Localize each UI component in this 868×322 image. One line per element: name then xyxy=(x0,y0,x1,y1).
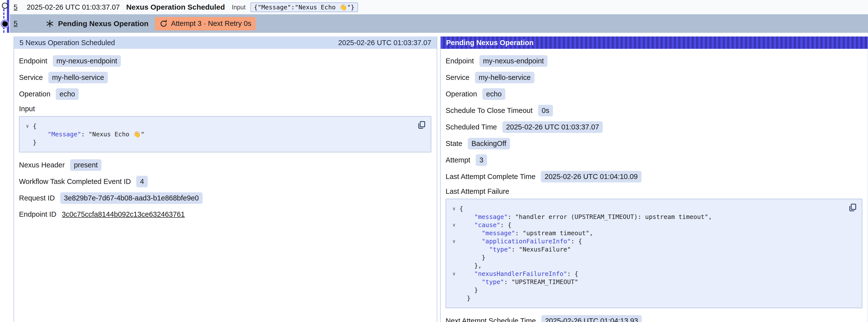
json-text: }, xyxy=(459,262,482,270)
field-label: Service xyxy=(19,73,43,82)
copy-icon xyxy=(847,203,858,213)
field-last-attempt-complete-time: Last Attempt Complete Time2025-02-26 UTC… xyxy=(445,171,862,183)
json-text: "type": "UPSTREAM_TIMEOUT" xyxy=(459,278,578,286)
panel-header-pending: Pending Nexus Operation xyxy=(441,36,868,49)
event-id-link[interactable]: 5 xyxy=(13,20,18,28)
json-collapse-chevron[interactable]: ∨ xyxy=(448,270,459,278)
json-text: "message": "upstream timeout", xyxy=(459,229,593,237)
field-label: Operation xyxy=(445,90,477,98)
json-line: "type": "UPSTREAM_TIMEOUT" xyxy=(448,278,844,286)
json-text: "type": "NexusFailure" xyxy=(459,245,571,254)
field-value-chip: 4 xyxy=(136,176,148,187)
field-request-id: Request ID3e829b7e-7d67-4b08-aad3-b1e868… xyxy=(19,192,431,204)
json-line: "message": "handler error (UPSTREAM_TIME… xyxy=(448,213,844,221)
field-value-chip: my-nexus-endpoint xyxy=(53,55,121,67)
field-value-chip: 3 xyxy=(476,154,487,166)
json-text: } xyxy=(33,138,36,147)
panel-header-scheduled: 5 Nexus Operation Scheduled 2025-02-26 U… xyxy=(14,36,437,49)
pending-event-title: Pending Nexus Operation xyxy=(58,20,149,28)
json-text: { xyxy=(459,205,463,213)
failure-json-viewer: ∨{ "message": "handler error (UPSTREAM_T… xyxy=(445,199,862,308)
field-label: Last Attempt Complete Time xyxy=(445,172,535,181)
json-line: ∨{ xyxy=(448,205,844,213)
json-collapse-chevron[interactable]: ∨ xyxy=(22,122,33,130)
field-operation: Operationecho xyxy=(19,88,431,100)
field-endpoint: Endpointmy-nexus-endpoint xyxy=(19,55,431,67)
json-text: "Message": "Nexus Echo 👋" xyxy=(33,130,145,138)
field-label: Next Attempt Schedule Time xyxy=(445,317,536,322)
input-json-viewer: ∨{ "Message": "Nexus Echo 👋"} xyxy=(19,116,431,152)
json-line: "type": "NexusFailure" xyxy=(448,245,844,254)
field-label: Operation xyxy=(19,90,50,98)
event-row-scheduled[interactable]: 5 2025-02-26 UTC 01:03:37.07 Nexus Opera… xyxy=(10,0,868,14)
input-preview-chip: {"Message":"Nexus Echo 👋"} xyxy=(250,2,358,12)
json-text: } xyxy=(459,294,470,302)
field-service: Servicemy-hello-service xyxy=(445,72,862,83)
json-line: } xyxy=(22,138,413,147)
field-label: Service xyxy=(445,73,469,82)
json-text: "cause": { xyxy=(459,221,512,229)
event-details: 5 Nexus Operation Scheduled 2025-02-26 U… xyxy=(13,36,868,322)
pending-event-dot-icon xyxy=(0,19,10,29)
json-line: ∨{ xyxy=(22,122,413,130)
json-collapse-chevron[interactable]: ∨ xyxy=(448,237,459,245)
pending-asterisk-icon xyxy=(45,20,54,28)
retry-badge: Attempt 3 · Next Retry 0s xyxy=(155,17,256,30)
copy-icon xyxy=(416,120,426,130)
field-service: Servicemy-hello-service xyxy=(19,72,431,83)
field-value-chip: 2025-02-26 UTC 01:04:13.93 xyxy=(541,315,642,322)
json-collapse-chevron[interactable]: ∨ xyxy=(448,205,459,213)
copy-button[interactable] xyxy=(416,120,426,130)
copy-button[interactable] xyxy=(847,203,858,213)
event-row-pending[interactable]: 5 Pending Nexus Operation Attempt 3 · Ne… xyxy=(10,14,868,33)
field-value-chip: 3e829b7e-7d67-4b08-aad3-b1e868bfe9e0 xyxy=(60,192,203,204)
endpoint-id-link[interactable]: 3c0c75ccfa8144b092c13ce632463761 xyxy=(62,210,185,219)
field-value-chip: echo xyxy=(483,88,505,100)
event-title: Nexus Operation Scheduled xyxy=(126,3,225,11)
field-value-chip: 0s xyxy=(538,105,553,117)
json-line: ∨ "nexusHandlerFailureInfo": { xyxy=(448,270,844,278)
panel-title: Pending Nexus Operation xyxy=(446,39,534,47)
field-value-chip: 2025-02-26 UTC 01:03:37.07 xyxy=(502,121,603,133)
json-collapse-chevron[interactable]: ∨ xyxy=(448,221,459,229)
json-text: } xyxy=(459,286,478,294)
json-line: "message": "upstream timeout", xyxy=(448,229,844,237)
field-label: Scheduled Time xyxy=(445,123,497,131)
json-line: }, xyxy=(448,262,844,270)
json-line: ∨ "cause": { xyxy=(448,221,844,229)
field-value-chip: 2025-02-26 UTC 01:04:10.09 xyxy=(541,171,641,183)
panel-scheduled-event: 5 Nexus Operation Scheduled 2025-02-26 U… xyxy=(13,36,437,322)
field-value-chip: present xyxy=(70,159,101,171)
field-label: State xyxy=(445,139,462,148)
field-endpoint: Endpointmy-nexus-endpoint xyxy=(445,55,862,67)
field-nexus-header: Nexus Headerpresent xyxy=(19,159,431,171)
input-label: Input xyxy=(232,4,246,11)
field-label: Schedule To Close Timeout xyxy=(445,106,533,115)
json-text: "applicationFailureInfo": { xyxy=(459,237,582,245)
field-label: Request ID xyxy=(19,194,55,202)
field-schedule-to-close-timeout: Schedule To Close Timeout0s xyxy=(445,105,862,117)
panel-title: 5 Nexus Operation Scheduled xyxy=(20,39,115,47)
field-value-chip: my-nexus-endpoint xyxy=(479,55,548,67)
field-value-chip: echo xyxy=(56,88,79,100)
field-label: Endpoint xyxy=(445,57,474,65)
json-line: "Message": "Nexus Echo 👋" xyxy=(22,130,413,138)
field-label: Nexus Header xyxy=(19,161,65,169)
field-label: Attempt xyxy=(445,156,470,164)
field-endpoint-id: Endpoint ID3c0c75ccfa8144b092c13ce632463… xyxy=(19,209,431,220)
retry-badge-label: Attempt 3 · Next Retry 0s xyxy=(171,20,251,28)
refresh-icon xyxy=(159,20,168,28)
field-value-chip: my-hello-service xyxy=(49,72,108,83)
field-workflow-task-completed-event-id: Workflow Task Completed Event ID4 xyxy=(19,176,431,187)
json-line: } xyxy=(448,254,844,262)
json-line: ∨ "applicationFailureInfo": { xyxy=(448,237,844,245)
json-line: } xyxy=(448,286,844,294)
field-value-chip: BackingOff xyxy=(468,138,510,150)
event-open-circle-icon xyxy=(1,2,9,9)
field-state: StateBackingOff xyxy=(445,138,862,150)
event-id-link[interactable]: 5 xyxy=(13,3,18,11)
event-timestamp: 2025-02-26 UTC 01:03:37.07 xyxy=(27,3,120,11)
field-next-attempt-schedule-time: Next Attempt Schedule Time2025-02-26 UTC… xyxy=(445,315,862,322)
field-label: Endpoint xyxy=(19,57,48,65)
json-text: } xyxy=(459,254,485,262)
